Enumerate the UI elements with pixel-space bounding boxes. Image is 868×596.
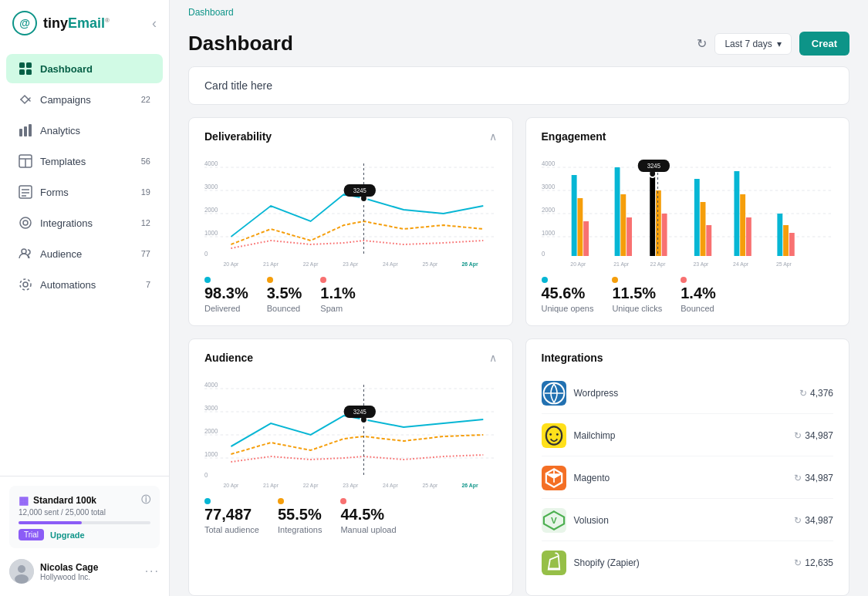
trial-badge: Trial: [19, 529, 44, 540]
magento-logo: [542, 466, 566, 490]
list-item: Magento ↻ 34,987: [542, 458, 834, 499]
sidebar-nav: Dashboard Campaigns 22 Analytics: [0, 46, 169, 476]
engagement-chart: 4000 3000 2000 1000 0: [542, 152, 834, 268]
svg-text:2000: 2000: [542, 205, 555, 214]
metric-integrations: 55.5% Integrations: [278, 498, 322, 534]
audience-card: Audience ∧ 4000 3000 2000 1000 0: [188, 338, 513, 596]
metric-unique-opens: 45.6% Unique opens: [542, 277, 594, 313]
svg-rect-72: [789, 233, 794, 256]
svg-point-16: [22, 249, 26, 254]
metric-manual-upload: 44.5% Manual upload: [340, 498, 396, 534]
svg-text:V: V: [551, 515, 557, 525]
metric-total-audience: 77,487 Total audience: [204, 498, 259, 534]
svg-rect-5: [24, 126, 27, 136]
svg-rect-65: [700, 202, 705, 256]
svg-rect-66: [706, 225, 711, 256]
logo-icon: @: [12, 11, 37, 35]
sidebar-item-label: Templates: [40, 156, 86, 167]
chevron-down-icon: ▾: [777, 39, 782, 49]
deliverability-card: Deliverability ∧ 4000 3000 2000 100: [188, 117, 513, 326]
list-item: V Volusion ↻ 34,987: [542, 500, 834, 541]
svg-text:0: 0: [204, 470, 208, 479]
sync-icon: ↻: [794, 430, 802, 441]
templates-icon: [19, 154, 32, 168]
plan-progress-fill: [19, 521, 82, 524]
svg-text:4000: 4000: [204, 159, 218, 167]
sidebar-item-label: Analytics: [40, 125, 80, 136]
plan-card: ▦ Standard 100k ⓘ 12,000 sent / 25,000 t…: [9, 486, 160, 548]
audience-icon: [19, 247, 32, 261]
shopify-logo: [542, 551, 566, 575]
sidebar-item-label: Dashboard: [40, 63, 93, 75]
svg-text:21 Apr: 21 Apr: [613, 260, 629, 268]
user-row: Nicolas Cage Hollywood Inc. ···: [9, 556, 160, 587]
user-menu-button[interactable]: ···: [145, 564, 160, 578]
svg-text:23 Apr: 23 Apr: [343, 260, 358, 268]
svg-rect-51: [571, 175, 576, 256]
plan-actions: Trial Upgrade: [19, 529, 150, 540]
svg-text:20 Apr: 20 Apr: [223, 260, 238, 268]
dashboard-grid: Deliverability ∧ 4000 3000 2000 100: [188, 117, 849, 596]
plan-info-icon[interactable]: ⓘ: [141, 493, 150, 507]
forms-badge: 19: [141, 187, 150, 197]
svg-text:3245: 3245: [353, 407, 366, 416]
sidebar-bottom: ▦ Standard 100k ⓘ 12,000 sent / 25,000 t…: [0, 476, 169, 596]
svg-text:20 Apr: 20 Apr: [223, 481, 238, 489]
engagement-metrics: 45.6% Unique opens 11.5% Unique clicks 1…: [542, 277, 834, 313]
main-content: Dashboard Dashboard ↻ Last 7 days ▾ Crea…: [170, 0, 868, 596]
svg-text:0: 0: [542, 249, 545, 258]
engagement-card-header: Engagement: [542, 130, 834, 143]
sidebar-item-campaigns[interactable]: Campaigns 22: [6, 85, 163, 114]
deliverability-collapse-button[interactable]: ∧: [489, 130, 497, 143]
integration-list: Wordpress ↻ 4,376 Mailchim: [542, 373, 834, 583]
svg-rect-3: [26, 69, 32, 75]
sidebar-item-templates[interactable]: Templates 56: [6, 146, 163, 176]
sidebar-collapse-button[interactable]: ‹: [152, 15, 157, 32]
list-item: Wordpress ↻ 4,376: [542, 373, 834, 414]
refresh-button[interactable]: ↻: [697, 36, 707, 51]
create-button[interactable]: Creat: [799, 32, 849, 56]
breadcrumb: Dashboard: [188, 7, 234, 18]
logo-text: tinyEmail®: [43, 15, 110, 32]
avatar: [9, 559, 34, 584]
sidebar-item-dashboard[interactable]: Dashboard: [6, 54, 163, 83]
sidebar-item-automations[interactable]: Automations 7: [6, 270, 163, 299]
logo: @ tinyEmail®: [12, 11, 110, 35]
integrations-card-header: Integrations: [542, 352, 834, 364]
shopify-count: ↻ 12,635: [794, 557, 833, 568]
svg-rect-64: [694, 179, 699, 256]
plan-sub: 12,000 sent / 25,000 total: [19, 508, 150, 517]
svg-rect-6: [29, 124, 32, 136]
sidebar: @ tinyEmail® ‹ Dashboard Campaigns 22: [0, 0, 170, 596]
sidebar-item-analytics[interactable]: Analytics: [6, 116, 163, 145]
date-range-select[interactable]: Last 7 days ▾: [714, 33, 791, 55]
forms-icon: [19, 185, 32, 199]
svg-text:3000: 3000: [204, 182, 218, 190]
engagement-title: Engagement: [542, 130, 606, 143]
campaigns-icon: [19, 93, 32, 106]
svg-rect-71: [783, 225, 789, 256]
integrations-card: Integrations Wordpress ↻ 4,376: [525, 338, 850, 596]
sidebar-item-forms[interactable]: Forms 19: [6, 177, 163, 207]
svg-text:3000: 3000: [204, 403, 218, 412]
sidebar-item-integrations[interactable]: Integrations 12: [6, 208, 163, 237]
svg-text:25 Apr: 25 Apr: [423, 481, 438, 489]
engagement-card: Engagement 4000 3000 2000 1000 0: [525, 117, 850, 326]
sync-icon: ↻: [794, 515, 802, 526]
svg-text:26 Apr: 26 Apr: [462, 481, 478, 489]
page-title: Dashboard: [188, 32, 293, 56]
integrations-icon: [19, 216, 32, 230]
svg-text:21 Apr: 21 Apr: [263, 260, 279, 268]
sidebar-item-label: Automations: [40, 279, 96, 291]
svg-text:1000: 1000: [204, 450, 218, 458]
svg-text:3000: 3000: [542, 182, 555, 190]
audience-card-header: Audience ∧: [204, 352, 497, 364]
audience-collapse-button[interactable]: ∧: [489, 352, 497, 364]
upgrade-button[interactable]: Upgrade: [50, 530, 85, 540]
list-item: Mailchimp ↻ 34,987: [542, 416, 834, 456]
sidebar-item-audience[interactable]: Audience 77: [6, 239, 163, 268]
svg-rect-68: [740, 194, 745, 256]
svg-text:4000: 4000: [204, 380, 218, 389]
svg-text:4000: 4000: [542, 159, 555, 167]
campaigns-badge: 22: [141, 95, 150, 104]
